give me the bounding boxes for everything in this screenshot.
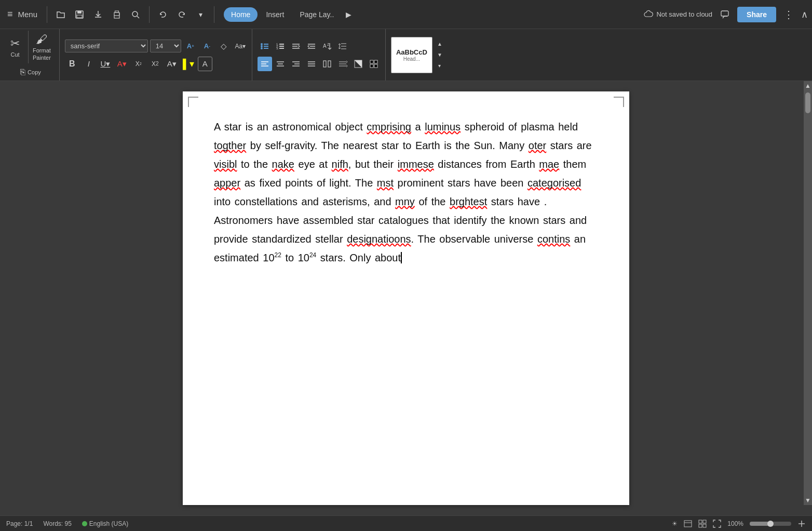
- comment-button[interactable]: [716, 6, 733, 23]
- underline-button[interactable]: U▾: [98, 57, 113, 71]
- save2-button[interactable]: [90, 6, 106, 23]
- page-corner-tl: [188, 97, 198, 107]
- collapse-toolbar-button[interactable]: ∧: [801, 9, 808, 20]
- scroll-up-button[interactable]: ▲: [804, 81, 812, 90]
- misspelled-mst: mst: [377, 177, 394, 189]
- clear-format-button[interactable]: ◇: [216, 39, 231, 54]
- nav-tabs: Home Insert Page Lay.. ▶: [224, 7, 355, 22]
- styles-expand[interactable]: ▾: [432, 60, 447, 71]
- svg-rect-9: [264, 44, 268, 45]
- expand-icon[interactable]: [797, 520, 806, 528]
- tab-home[interactable]: Home: [224, 7, 258, 22]
- svg-rect-11: [264, 46, 268, 47]
- svg-rect-34: [703, 524, 706, 527]
- document-page[interactable]: A star is an astronomical object cmprisi…: [183, 91, 629, 505]
- share-button[interactable]: Share: [737, 7, 776, 22]
- more-arrow-button[interactable]: ▾: [192, 6, 209, 23]
- style-preview-label: Head...: [403, 56, 420, 62]
- redo-button[interactable]: [173, 6, 190, 23]
- scroll-down-button[interactable]: ▼: [804, 496, 812, 505]
- font-family-select[interactable]: sans-serif: [65, 39, 148, 52]
- save-button[interactable]: [71, 6, 88, 23]
- divider-2: [149, 6, 150, 23]
- hamburger-icon[interactable]: ≡: [4, 7, 16, 22]
- svg-point-5: [119, 14, 120, 15]
- page-count: Page: 1/1: [6, 520, 33, 527]
- nav-more-button[interactable]: ▶: [342, 8, 355, 21]
- justify-button[interactable]: [304, 57, 319, 71]
- svg-point-12: [261, 47, 263, 49]
- status-right: ☀ 100%: [672, 520, 806, 528]
- status-bar: Page: 1/1 Words: 95 English (USA) ☀ 100%: [0, 515, 812, 531]
- tab-pagelayout[interactable]: Page Lay..: [292, 7, 341, 22]
- cut-label: Cut: [10, 51, 19, 58]
- font-shrink-button[interactable]: A-: [200, 39, 214, 54]
- decrease-indent-button[interactable]: [289, 39, 303, 54]
- misspelled-mae: mae: [539, 158, 559, 170]
- align-row: [258, 57, 381, 71]
- increase-indent-button[interactable]: [304, 39, 319, 54]
- paragraph-spacing-button[interactable]: [335, 57, 350, 71]
- svg-rect-17: [279, 46, 284, 47]
- borders-button[interactable]: [367, 57, 381, 71]
- superscript-button[interactable]: X2: [131, 57, 146, 71]
- sun-icon: ☀: [672, 520, 678, 527]
- styles-scroll-down[interactable]: ▼: [432, 49, 447, 60]
- styles-scroll-up[interactable]: ▲: [432, 39, 447, 50]
- change-case-button[interactable]: Aa▾: [233, 39, 248, 54]
- svg-rect-31: [699, 520, 702, 523]
- fullscreen-icon[interactable]: [713, 520, 721, 528]
- format-painter-button[interactable]: 🖌 FormatPainter: [28, 31, 55, 63]
- bold-button[interactable]: B: [65, 57, 79, 71]
- layout-icon: [684, 520, 692, 528]
- align-center-button[interactable]: [273, 57, 288, 71]
- zoom-slider[interactable]: [750, 522, 791, 526]
- italic-button[interactable]: I: [82, 57, 96, 71]
- scroll-thumb[interactable]: [805, 92, 810, 113]
- scrollbar[interactable]: ▲ ▼: [804, 81, 812, 505]
- spell-check-indicator: [82, 521, 87, 526]
- shading-button[interactable]: [351, 57, 366, 71]
- columns-button[interactable]: [320, 57, 334, 71]
- kebab-menu-button[interactable]: ⋮: [780, 7, 797, 22]
- misspelled-nifh: nifh: [332, 158, 348, 170]
- align-right-button[interactable]: [289, 57, 303, 71]
- style-preview-box[interactable]: AaBbCcD Head...: [391, 37, 432, 73]
- svg-rect-28: [374, 64, 377, 68]
- undo-button[interactable]: [155, 6, 171, 23]
- misspelled-categorised: categorised: [527, 177, 581, 189]
- toolbar-top: ≡ Menu ▾ Home Insert Page Lay.. ▶ Not sa…: [0, 0, 812, 29]
- copy-button[interactable]: ⎘ Copy: [16, 65, 45, 79]
- language-indicator[interactable]: English (USA): [82, 520, 128, 527]
- misspelled-brghtest: brghtest: [450, 196, 487, 207]
- bullets-button[interactable]: [258, 39, 272, 54]
- document-text[interactable]: A star is an astronomical object cmprisi…: [214, 117, 598, 267]
- text-shading-button[interactable]: A▾: [165, 57, 179, 71]
- svg-rect-23: [328, 61, 331, 67]
- print-button[interactable]: [109, 6, 125, 23]
- word-count: Words: 95: [43, 520, 71, 527]
- svg-rect-2: [77, 15, 82, 18]
- border-text-button[interactable]: A: [198, 57, 212, 71]
- cloud-status-text: Not saved to cloud: [656, 10, 712, 18]
- sort-button[interactable]: AZ: [320, 39, 334, 54]
- font-color-button[interactable]: A▾: [115, 57, 129, 71]
- tab-insert[interactable]: Insert: [259, 7, 291, 22]
- subscript-button[interactable]: X2: [148, 57, 163, 71]
- svg-rect-33: [699, 524, 702, 527]
- style-preview-text: AaBbCcD: [396, 48, 427, 56]
- font-size-select[interactable]: 14: [150, 39, 181, 52]
- divider-1: [47, 6, 47, 23]
- open-file-button[interactable]: [52, 6, 69, 23]
- align-left-button[interactable]: [258, 57, 272, 71]
- line-spacing-button[interactable]: [335, 39, 350, 54]
- highlight-button[interactable]: ▌▾: [181, 57, 196, 71]
- misspelled-cmprising: cmprising: [367, 121, 411, 132]
- find-button[interactable]: [127, 6, 144, 23]
- svg-rect-3: [114, 16, 119, 18]
- cut-button[interactable]: ✂ Cut: [6, 35, 24, 60]
- font-section: sans-serif 14 A+ A- ◇ Aa▾ B I U▾ A▾ X2 X…: [61, 29, 252, 81]
- menu-label[interactable]: Menu: [18, 10, 38, 19]
- font-grow-button[interactable]: A+: [183, 39, 198, 54]
- numbering-button[interactable]: 1.2.3.: [273, 39, 288, 54]
